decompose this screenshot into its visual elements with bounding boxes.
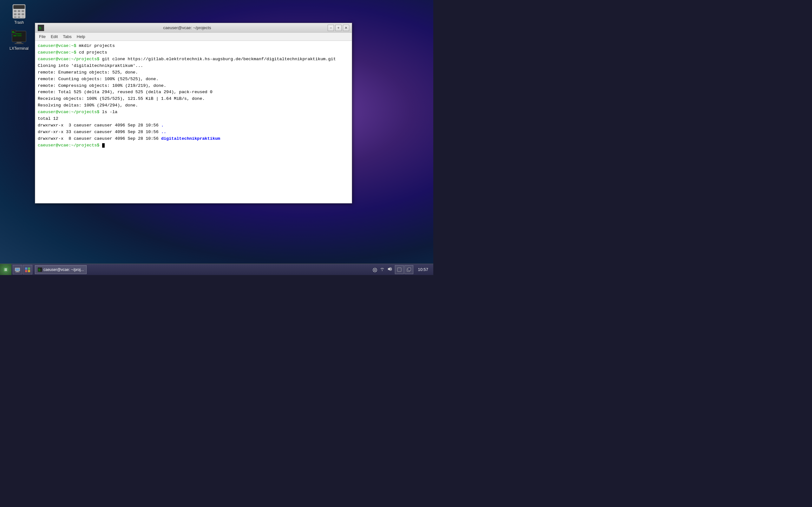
line-13: drwxrwxr-x 3 caeuser caeuser 4096 Sep 28… bbox=[38, 122, 349, 129]
window-btn-1[interactable] bbox=[395, 265, 404, 274]
terminal-titlebar: caeuser@vcae: ~/projects − + ✕ bbox=[35, 23, 352, 33]
svg-rect-45 bbox=[408, 268, 411, 271]
taskbar-middle-icons bbox=[11, 265, 34, 274]
svg-rect-7 bbox=[21, 13, 24, 15]
svg-rect-8 bbox=[14, 16, 16, 18]
lxterminal-icon bbox=[11, 30, 27, 45]
svg-rect-30 bbox=[16, 271, 19, 272]
line-5: remote: Enumerating objects: 525, done. bbox=[38, 69, 349, 76]
svg-rect-5 bbox=[14, 13, 16, 15]
line-1: caeuser@vcae:~$ mkdir projects bbox=[38, 43, 349, 49]
svg-rect-29 bbox=[15, 268, 19, 271]
line-12: total 12 bbox=[38, 116, 349, 122]
line-14: drwxr-xr-x 33 caeuser caeuser 4096 Sep 2… bbox=[38, 129, 349, 135]
svg-rect-35 bbox=[25, 270, 27, 272]
svg-rect-4 bbox=[21, 10, 24, 12]
line-10: Resolving deltas: 100% (294/294), done. bbox=[38, 102, 349, 109]
svg-rect-36 bbox=[28, 270, 30, 272]
clock: 10:57 bbox=[415, 267, 431, 272]
bluetooth-icon[interactable]: ⨂ bbox=[372, 267, 378, 273]
terminal-titlebar-icon bbox=[38, 25, 44, 31]
svg-rect-18 bbox=[14, 43, 23, 44]
line-9: Receiving objects: 100% (525/525), 121.5… bbox=[38, 96, 349, 102]
close-button[interactable]: ✕ bbox=[343, 25, 349, 31]
taskbar-icon-2[interactable] bbox=[23, 265, 32, 274]
volume-icon[interactable] bbox=[387, 266, 393, 273]
svg-rect-34 bbox=[28, 268, 30, 270]
terminal-title: caeuser@vcae: ~/projects bbox=[47, 25, 328, 30]
minimize-button[interactable]: − bbox=[328, 25, 334, 31]
svg-rect-14 bbox=[16, 34, 21, 34]
svg-rect-21 bbox=[12, 32, 15, 33]
start-button[interactable] bbox=[0, 264, 11, 275]
svg-marker-42 bbox=[388, 267, 391, 271]
svg-rect-6 bbox=[18, 13, 20, 15]
window-buttons bbox=[394, 265, 414, 274]
svg-rect-33 bbox=[25, 268, 27, 270]
taskbar-icon-1[interactable] bbox=[13, 265, 22, 274]
svg-rect-15 bbox=[13, 36, 16, 36]
svg-rect-20 bbox=[12, 32, 14, 32]
taskbar-apps: caeuser@vcae: ~/proj... bbox=[34, 265, 369, 274]
svg-rect-23 bbox=[39, 27, 41, 27]
svg-rect-31 bbox=[15, 272, 20, 273]
svg-rect-1 bbox=[13, 5, 25, 9]
maximize-button[interactable]: + bbox=[335, 25, 342, 31]
svg-rect-24 bbox=[39, 28, 42, 29]
line-6: remote: Counting objects: 100% (525/525)… bbox=[38, 76, 349, 83]
desktop-icon-trash[interactable]: Trash bbox=[6, 3, 32, 26]
taskbar: caeuser@vcae: ~/proj... ⨂ bbox=[0, 264, 433, 275]
line-7: remote: Compressing objects: 100% (219/2… bbox=[38, 83, 349, 89]
terminal-menubar: File Edit Tabs Help bbox=[35, 33, 352, 41]
line-11: caeuser@vcae:~/projects$ ls -la bbox=[38, 109, 349, 116]
terminal-controls: − + ✕ bbox=[328, 25, 349, 31]
svg-rect-17 bbox=[16, 42, 21, 43]
svg-rect-40 bbox=[38, 271, 40, 271]
svg-rect-25 bbox=[39, 29, 41, 30]
desktop: Trash LXTerminal bbox=[0, 0, 433, 275]
line-16: caeuser@vcae:~/projects$ bbox=[38, 142, 349, 149]
taskbar-app-label: caeuser@vcae: ~/proj... bbox=[44, 268, 84, 272]
window-btn-2[interactable] bbox=[404, 265, 413, 274]
svg-point-41 bbox=[382, 270, 383, 271]
menu-file[interactable]: File bbox=[37, 34, 48, 40]
svg-rect-39 bbox=[38, 270, 41, 270]
svg-rect-2 bbox=[14, 10, 16, 12]
terminal-window: caeuser@vcae: ~/projects − + ✕ File Edit… bbox=[35, 23, 352, 204]
svg-rect-38 bbox=[38, 269, 40, 269]
desktop-icon-lxterminal[interactable]: LXTerminal bbox=[6, 29, 32, 52]
menu-edit[interactable]: Edit bbox=[48, 34, 60, 40]
line-3: caeuser@vcae:~/projects$ git clone https… bbox=[38, 56, 349, 63]
svg-rect-10 bbox=[21, 16, 24, 18]
network-icon[interactable] bbox=[379, 266, 386, 273]
taskbar-right: ⨂ bbox=[369, 265, 433, 274]
svg-rect-9 bbox=[18, 16, 20, 18]
menu-help[interactable]: Help bbox=[74, 34, 88, 40]
line-15: drwxrwxr-x 8 caeuser caeuser 4096 Sep 28… bbox=[38, 135, 349, 142]
svg-rect-16 bbox=[17, 36, 21, 36]
terminal-content[interactable]: caeuser@vcae:~$ mkdir projects caeuser@v… bbox=[35, 41, 352, 203]
line-2: caeuser@vcae:~$ cd projects bbox=[38, 49, 349, 56]
taskbar-app-terminal[interactable]: caeuser@vcae: ~/proj... bbox=[35, 265, 87, 274]
line-4: Cloning into 'digitaltechnikpraktikum'..… bbox=[38, 63, 349, 69]
lxterminal-icon-label: LXTerminal bbox=[9, 46, 29, 51]
trash-icon bbox=[11, 4, 27, 19]
line-8: remote: Total 525 (delta 294), reused 52… bbox=[38, 89, 349, 96]
svg-rect-43 bbox=[397, 268, 401, 272]
menu-tabs[interactable]: Tabs bbox=[60, 34, 74, 40]
svg-rect-19 bbox=[11, 30, 16, 34]
svg-rect-3 bbox=[18, 10, 20, 12]
trash-icon-label: Trash bbox=[14, 20, 24, 25]
